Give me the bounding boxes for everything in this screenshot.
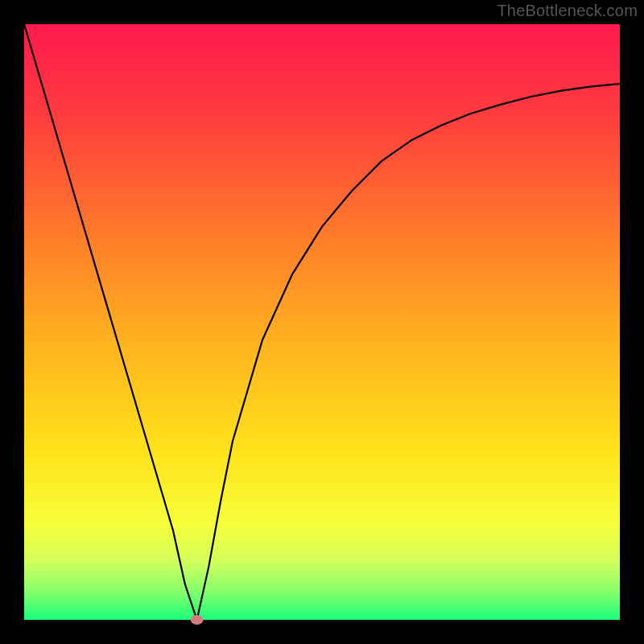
minimum-marker xyxy=(191,615,204,625)
plot-background xyxy=(24,24,620,620)
chart-container: TheBottleneck.com xyxy=(0,0,644,644)
bottleneck-chart xyxy=(0,0,644,644)
watermark-text: TheBottleneck.com xyxy=(497,2,638,20)
